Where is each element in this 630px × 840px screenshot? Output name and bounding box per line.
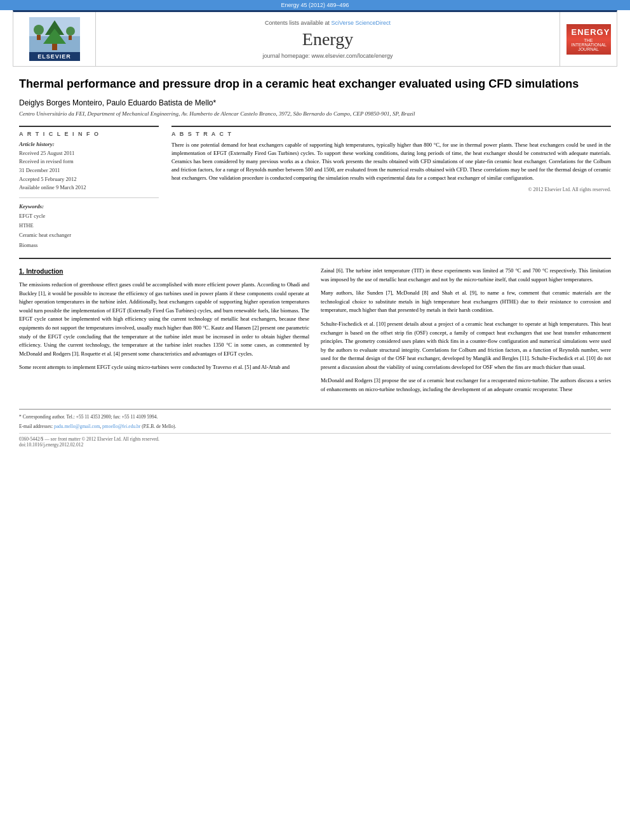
body-right-col: Zainal [6]. The turbine inlet temperatur… — [321, 267, 611, 399]
main-content: Thermal performance and pressure drop in… — [19, 67, 611, 409]
keywords-title: Keywords: — [19, 203, 159, 210]
affiliation: Centro Universitário da FEI, Department … — [19, 110, 611, 118]
journal-homepage: journal homepage: www.elsevier.com/locat… — [262, 53, 392, 59]
section1-title: 1. Introduction — [19, 267, 309, 277]
email1: padu.mello@gmail.com — [54, 423, 100, 429]
col2-paragraph-3: Schulte-Fischedick et al. [10] present d… — [321, 320, 611, 372]
abstract-text: There is one potential demand for heat e… — [171, 141, 611, 183]
elsevier-logo-image — [29, 17, 80, 52]
issn-line: 0360-5442/$ — see front matter © 2012 El… — [19, 436, 611, 442]
col2-paragraph-2: Many authors, like Sunden [7], McDonald … — [321, 289, 611, 315]
keyword-4: Biomass — [19, 241, 159, 250]
elsevier-logo-container: ELSEVIER — [13, 12, 96, 66]
article-info-header: A R T I C L E I N F O — [19, 131, 159, 137]
svg-point-6 — [66, 27, 75, 36]
footer: * Corresponding author. Tel.: +55 11 435… — [19, 409, 611, 450]
journal-title: Energy — [302, 29, 353, 50]
footer-divider — [19, 433, 611, 434]
col2-paragraph-1: Zainal [6]. The turbine inlet temperatur… — [321, 267, 611, 284]
article-title: Thermal performance and pressure drop in… — [19, 76, 611, 92]
journal-title-area: Contents lists available at SciVerse Sci… — [96, 12, 560, 66]
col2-paragraph-4: McDonald and Rodgers [3] propose the use… — [321, 377, 611, 394]
authors: Deiglys Borges Monteiro, Paulo Eduardo B… — [19, 98, 611, 107]
svg-point-5 — [34, 25, 44, 35]
footnote-star: * Corresponding author. Tel.: +55 11 435… — [19, 413, 611, 421]
abstract-box: A B S T R A C T There is one potential d… — [171, 126, 611, 250]
email2: pmoello@fei.edu.br — [102, 423, 140, 429]
keyword-3: Ceramic heat exchanger — [19, 230, 159, 240]
revised-date: Received in revised form — [19, 157, 159, 166]
journal-header: ELSEVIER Contents lists available at Sci… — [13, 10, 617, 67]
sciverse-line: Contents lists available at SciVerse Sci… — [265, 20, 391, 26]
accepted-date: Accepted 5 February 2012 — [19, 175, 159, 184]
intro-paragraph-1: The emissions reduction of greenhouse ef… — [19, 281, 309, 358]
info-abstract-section: A R T I C L E I N F O Article history: R… — [19, 126, 611, 250]
body-left-col: 1. Introduction The emissions reduction … — [19, 267, 309, 399]
energy-logo-area: ENERGY THE INTERNATIONAL JOURNAL — [560, 12, 617, 66]
intro-paragraph-2: Some recent attempts to implement EFGT c… — [19, 363, 309, 372]
article-info-box: A R T I C L E I N F O Article history: R… — [19, 126, 159, 250]
svg-rect-8 — [69, 36, 72, 40]
svg-rect-7 — [37, 35, 41, 40]
journal-citation: Energy 45 (2012) 489–496 — [281, 2, 349, 8]
energy-logo: ENERGY THE INTERNATIONAL JOURNAL — [566, 24, 611, 55]
footnote-email: E-mail addresses: padu.mello@gmail.com, … — [19, 423, 611, 430]
abstract-header: A B S T R A C T — [171, 131, 611, 137]
body-content: 1. Introduction The emissions reduction … — [19, 267, 611, 399]
info-divider — [19, 197, 159, 198]
received-date: Received 25 August 2011 — [19, 149, 159, 158]
sciverse-link[interactable]: SciVerse ScienceDirect — [332, 20, 391, 26]
keyword-2: HTHE — [19, 221, 159, 230]
revised-date2: 31 December 2011 — [19, 166, 159, 175]
keyword-1: EFGT cycle — [19, 211, 159, 221]
elsevier-label: ELSEVIER — [29, 52, 80, 61]
available-date: Available online 9 March 2012 — [19, 183, 159, 192]
top-bar: Energy 45 (2012) 489–496 — [0, 0, 630, 10]
copyright-line: © 2012 Elsevier Ltd. All rights reserved… — [171, 187, 611, 192]
section-divider — [19, 258, 611, 259]
doi-line: doi:10.1016/j.energy.2012.02.012 — [19, 442, 611, 448]
svg-rect-4 — [52, 44, 57, 50]
elsevier-logo: ELSEVIER — [29, 17, 80, 61]
article-history-title: Article history: — [19, 141, 159, 147]
keywords-list: EFGT cycle HTHE Ceramic heat exchanger B… — [19, 211, 159, 250]
